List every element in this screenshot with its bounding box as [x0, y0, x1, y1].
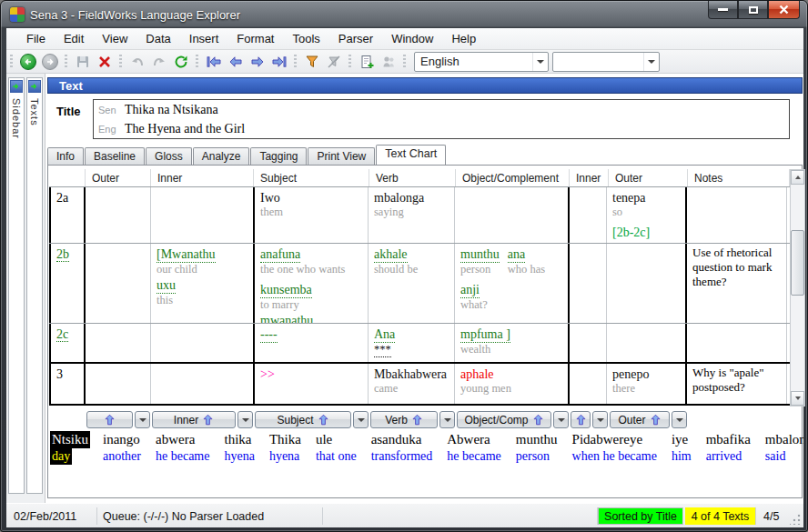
move-menu-button-inner2[interactable]	[592, 411, 608, 428]
maximize-button[interactable]	[738, 1, 768, 19]
cell-2a-inner2[interactable]	[568, 187, 607, 243]
menu-edit[interactable]: Edit	[55, 29, 93, 48]
cell-2a-subject[interactable]: Iwothem	[253, 187, 369, 243]
insert-text-button[interactable]	[356, 52, 378, 72]
refresh-button[interactable]	[170, 52, 192, 72]
move-menu-button-subject[interactable]	[353, 411, 369, 428]
menu-format[interactable]: Format	[227, 29, 283, 48]
ribbon-word[interactable]: Ntsikuday	[50, 431, 90, 465]
cell-2a-outer1[interactable]	[86, 187, 151, 243]
move-up-button-objcomp[interactable]: Object/Comp	[457, 411, 551, 428]
cell-2b-outer1[interactable]	[86, 244, 151, 323]
cell-2a-verb[interactable]: mbalongasaying	[369, 187, 455, 243]
cell-2b-subject[interactable]: anafunathe one who wantskunsembato marry…	[253, 244, 369, 323]
scroll-up-button[interactable]	[791, 170, 804, 185]
cell-2c-inner1[interactable]	[151, 324, 254, 362]
previous-record-button[interactable]	[225, 52, 247, 72]
menu-help[interactable]: Help	[442, 29, 485, 48]
undo-button[interactable]	[126, 52, 148, 72]
tab-gloss[interactable]: Gloss	[146, 147, 192, 165]
cell-2c-notes[interactable]	[685, 324, 787, 362]
chart-word[interactable]: Iwothem	[260, 189, 283, 219]
move-menu-button-verb[interactable]	[439, 411, 455, 428]
cell-2b-inner2[interactable]	[568, 244, 607, 323]
titlebar[interactable]: Sena 3 - FieldWorks Language Explorer	[1, 1, 807, 28]
move-menu-button-inner1[interactable]	[237, 411, 253, 428]
menu-insert[interactable]: Insert	[180, 29, 228, 48]
cell-2c-outer1[interactable]	[86, 324, 151, 362]
close-button[interactable]	[768, 1, 800, 19]
cell-3-outer2[interactable]: penepothere	[607, 364, 686, 404]
cell-2c-subject[interactable]: ----	[253, 324, 369, 362]
chart-word[interactable]: Mbakhabweracame	[374, 366, 447, 396]
move-up-button-inner2[interactable]	[571, 411, 591, 428]
no-filter-button[interactable]	[323, 52, 345, 72]
cell-2a-inner1[interactable]	[151, 187, 254, 243]
cell-2b-verb[interactable]: akhaleshould be	[369, 244, 455, 323]
writing-system-select-dropdown-button[interactable]	[532, 53, 548, 71]
cell-3-inner1[interactable]	[151, 364, 254, 404]
tab-tagging[interactable]: Tagging	[250, 147, 307, 165]
collapsed-panel-sidebar[interactable]: Sidebar	[8, 77, 25, 494]
forward-button[interactable]	[39, 52, 61, 72]
next-record-button[interactable]	[247, 52, 268, 72]
chart-word[interactable]: ----	[260, 326, 278, 343]
column-header-notes[interactable]: Notes	[688, 169, 790, 186]
last-record-button[interactable]	[268, 52, 290, 72]
title-box[interactable]: SenThika na NtsikanaEngThe Hyena and the…	[93, 99, 790, 139]
tab-print-view[interactable]: Print View	[308, 147, 375, 165]
title-text-sen[interactable]: Thika na Ntsikana	[125, 103, 218, 117]
move-menu-button-outer2[interactable]	[672, 411, 687, 428]
chart-word[interactable]: aphaleyoung men	[460, 366, 511, 396]
chart-word[interactable]: anjiwhat?	[460, 281, 488, 312]
chart-word[interactable]: mbalongasaying	[374, 189, 424, 219]
column-header-subject[interactable]: Subject	[254, 169, 369, 186]
cell-3-subject[interactable]: >>	[253, 364, 369, 404]
ribbon-word[interactable]: thikahyena	[222, 431, 256, 465]
cell-2c-inner2[interactable]	[568, 324, 607, 362]
ribbon-word[interactable]: asandukatransformed	[369, 431, 435, 465]
ribbon-word[interactable]: Thikahyena	[268, 431, 303, 465]
chart-word[interactable]: akhaleshould be	[374, 246, 418, 276]
ribbon-word[interactable]: mbafikaarrived	[704, 431, 752, 465]
filter-button[interactable]	[301, 52, 323, 72]
title-row-eng[interactable]: EngThe Hyena and the Girl	[94, 119, 789, 138]
chart-word[interactable]: uxuthis	[157, 276, 176, 307]
ribbon-word[interactable]: ulethat one	[314, 431, 359, 465]
column-header-objcomp[interactable]: Object/Complement	[456, 169, 570, 186]
redo-button[interactable]	[148, 52, 170, 72]
style-select-dropdown-button[interactable]	[643, 53, 659, 71]
column-header-rowlabel[interactable]	[49, 169, 86, 186]
move-up-button-inner1[interactable]: Inner	[152, 411, 236, 428]
back-button[interactable]	[17, 52, 39, 72]
cell-3-outer1[interactable]	[86, 364, 151, 404]
writing-system-select[interactable]: English	[414, 52, 549, 72]
cell-2a-notes[interactable]	[685, 187, 787, 243]
menu-tools[interactable]: Tools	[283, 29, 328, 48]
cell-2b-objcomp[interactable]: munthupersonanawho hasanjiwhat?	[455, 244, 569, 323]
cell-2a-outer2[interactable]: tenepaso[2b-2c]	[607, 187, 686, 243]
chart-word[interactable]: [Mwanathuour child	[157, 246, 216, 276]
column-header-verb[interactable]: Verb	[369, 169, 456, 186]
ribbon-word[interactable]: inangoanother	[101, 431, 143, 465]
chart-word[interactable]: [2b-2c]	[612, 224, 650, 240]
menu-data[interactable]: Data	[136, 29, 179, 48]
scroll-down-button[interactable]	[791, 391, 804, 406]
chart-word[interactable]: kunsembato marry	[260, 281, 312, 312]
cell-2b-notes[interactable]: Use of rhetorical question to mark theme…	[685, 244, 787, 323]
chart-scrollbar[interactable]	[790, 169, 805, 407]
ribbon-word[interactable]: Abwerahe became	[445, 431, 502, 465]
ribbon-word[interactable]: abwerahe became	[154, 431, 211, 465]
first-record-button[interactable]	[203, 52, 225, 72]
menu-file[interactable]: File	[17, 29, 55, 48]
move-up-button-subject[interactable]: Subject	[255, 411, 351, 428]
scrollbar-thumb[interactable]	[791, 230, 804, 296]
column-header-inner2[interactable]: Inner	[570, 169, 609, 186]
title-text-eng[interactable]: The Hyena and the Girl	[125, 122, 245, 136]
save-button[interactable]	[72, 52, 94, 72]
cell-3-inner2[interactable]	[568, 364, 607, 404]
chart-word[interactable]: mwanathu	[260, 312, 313, 323]
tab-text-chart[interactable]: Text Chart	[376, 145, 446, 165]
title-row-sen[interactable]: SenThika na Ntsikana	[94, 100, 789, 119]
menu-view[interactable]: View	[93, 29, 136, 48]
